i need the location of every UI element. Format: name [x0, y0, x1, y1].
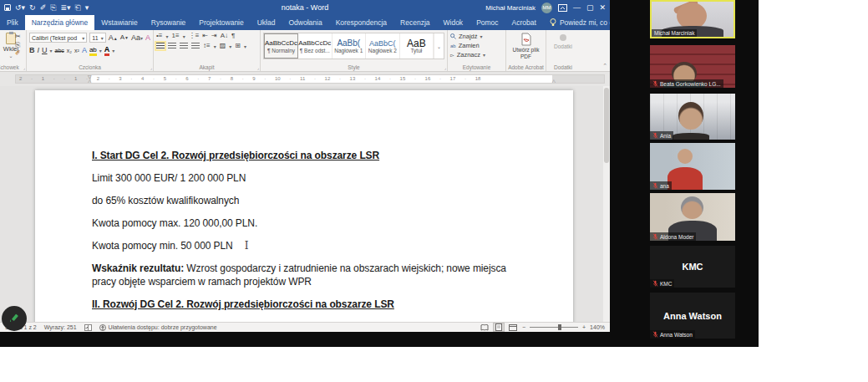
- proofing-icon[interactable]: [84, 324, 92, 331]
- font-name-select[interactable]: Calibri (Tekst pod▾: [29, 33, 87, 43]
- tell-me-box[interactable]: Powiedz mi, co chcesz zrobić: [543, 15, 610, 30]
- zoom-in-button[interactable]: +: [582, 324, 586, 330]
- underline-button[interactable]: U: [42, 47, 48, 54]
- minimize-button[interactable]: —: [573, 4, 581, 12]
- signed-in-user[interactable]: Michał Marciniak: [485, 4, 536, 12]
- replace-button[interactable]: ab Zamień: [450, 42, 503, 49]
- show-formatting-marks-icon[interactable]: ¶: [231, 33, 235, 39]
- close-button[interactable]: ✕: [599, 4, 606, 12]
- clipboard-icon[interactable]: ⎘: [50, 4, 56, 12]
- shrink-font-icon[interactable]: A▼: [120, 34, 129, 41]
- save-icon[interactable]: [4, 4, 11, 11]
- styles-dialog-launcher[interactable]: ⌟: [444, 65, 446, 70]
- style-naglowek-1[interactable]: AaBb( Nagłówek 1: [332, 33, 367, 59]
- document-page[interactable]: I. Start DG Cel 2. Rozwój przedsiębiorcz…: [35, 90, 573, 322]
- horizontal-ruler[interactable]: 2 · 1 · · 1 · 2 · 3 · 4 · 5 · 6 · 7 · 8 …: [15, 74, 605, 84]
- style-naglowek-2[interactable]: AaBbC( Nagłówek 2: [366, 33, 400, 59]
- right-indent-marker[interactable]: △: [551, 79, 556, 84]
- addins-button[interactable]: Dodatki: [549, 33, 577, 49]
- maximize-button[interactable]: ▢: [586, 4, 594, 12]
- select-button[interactable]: ▻ Zaznacz▾: [450, 51, 503, 59]
- undo-icon[interactable]: ↺▾: [15, 4, 25, 12]
- style-normalny[interactable]: AaBbCcDc ¶ Normalny: [264, 33, 298, 59]
- participant-tile-michal-marciniak[interactable]: Michał Marciniak: [650, 0, 735, 38]
- text-effects-icon[interactable]: A: [82, 47, 87, 54]
- superscript-button[interactable]: x²: [74, 48, 79, 53]
- tab-projektowanie[interactable]: Projektowanie: [192, 15, 250, 30]
- read-mode-icon[interactable]: [480, 323, 490, 331]
- font-dialog-launcher[interactable]: ⌟: [150, 65, 152, 70]
- scrollbar-thumb[interactable]: [604, 88, 609, 163]
- pen-icon[interactable]: ✐: [40, 4, 47, 12]
- participant-tile-anna-watson[interactable]: Anna Watson Anna Watson: [650, 293, 735, 339]
- shading-icon[interactable]: ▨: [220, 43, 226, 49]
- font-color-icon[interactable]: A: [104, 45, 110, 56]
- word-count[interactable]: Wyrazy: 251: [44, 324, 77, 330]
- tab-rysowanie[interactable]: Rysowanie: [145, 15, 193, 30]
- zoom-level[interactable]: 140%: [590, 324, 605, 330]
- clear-formatting-icon[interactable]: A: [145, 34, 150, 42]
- align-center-button[interactable]: [168, 43, 176, 49]
- participant-tile-aldona-moder[interactable]: Aldona Moder: [650, 193, 735, 241]
- format-painter-icon[interactable]: ✐: [15, 50, 21, 57]
- borders-icon[interactable]: ⊞: [235, 43, 241, 49]
- justify-button[interactable]: [191, 43, 200, 49]
- align-left-button[interactable]: [156, 43, 165, 49]
- tab-widok[interactable]: Widok: [437, 15, 470, 30]
- tab-acrobat[interactable]: Acrobat: [505, 15, 543, 30]
- multilevel-list-icon[interactable]: ⋮≡: [189, 33, 200, 39]
- zoom-slider-thumb[interactable]: [558, 324, 561, 330]
- accessibility-status[interactable]: Ułatwienia dostępu: dobrze przygotowane: [99, 324, 217, 331]
- font-size-select[interactable]: 11▾: [89, 33, 105, 43]
- paragraph-dialog-launcher[interactable]: ⌟: [257, 65, 259, 70]
- tab-wstawianie[interactable]: Wstawianie: [94, 15, 144, 30]
- increase-indent-icon[interactable]: ⇥: [211, 33, 217, 39]
- style-tytul[interactable]: AaB Tytuł: [400, 33, 434, 59]
- participant-tile-beata[interactable]: Beata Gorkowienko LG...: [650, 45, 735, 88]
- vertical-scrollbar[interactable]: [603, 86, 610, 322]
- zoom-out-button[interactable]: −: [522, 324, 525, 330]
- tab-uklad[interactable]: Układ: [251, 15, 282, 30]
- style-bez-odstepow[interactable]: AaBbCcDc ¶ Bez odst...: [298, 33, 332, 59]
- collapse-ribbon-icon[interactable]: ⌃: [602, 63, 607, 69]
- participant-tile-ania[interactable]: Ania: [650, 94, 735, 140]
- annotation-pencil-button[interactable]: [2, 306, 27, 331]
- cut-icon[interactable]: ✂: [15, 33, 21, 40]
- web-layout-icon[interactable]: [508, 323, 518, 331]
- copy-icon[interactable]: ⎘: [15, 42, 21, 48]
- numbering-icon[interactable]: 1≡: [172, 33, 180, 39]
- tab-plik[interactable]: Plik: [0, 15, 25, 30]
- clipboard-dialog-launcher[interactable]: ⌟: [23, 65, 25, 70]
- bold-button[interactable]: B: [29, 47, 35, 54]
- participant-tile-ana[interactable]: ana: [650, 143, 735, 190]
- user-avatar[interactable]: MM: [541, 3, 552, 13]
- list-icon[interactable]: ≣▾: [60, 4, 70, 12]
- align-right-button[interactable]: [180, 43, 188, 49]
- highlight-color-icon[interactable]: ab: [89, 46, 97, 56]
- sort-icon[interactable]: A↓: [221, 33, 228, 39]
- create-pdf-button[interactable]: Utwórz plik PDF: [509, 33, 543, 60]
- strikethrough-button[interactable]: abc: [55, 48, 64, 53]
- document-text[interactable]: I. Start DG Cel 2. Rozwój przedsiębiorcz…: [35, 90, 573, 322]
- participant-tile-kmc[interactable]: KMC KMC: [650, 246, 735, 288]
- tab-pomoc[interactable]: Pomoc: [470, 15, 505, 30]
- customize-qat-icon[interactable]: ▾: [85, 4, 89, 12]
- styles-gallery-more-icon[interactable]: ⌄: [434, 33, 444, 59]
- grow-font-icon[interactable]: A▲: [109, 34, 118, 42]
- line-spacing-icon[interactable]: ↕≡: [203, 43, 211, 49]
- decrease-indent-icon[interactable]: ⇤: [202, 33, 208, 39]
- bullets-icon[interactable]: •≡: [156, 33, 162, 39]
- redo-icon[interactable]: ↻: [29, 4, 36, 12]
- print-layout-icon[interactable]: [494, 323, 504, 331]
- change-case-icon[interactable]: Aa▾: [131, 34, 143, 42]
- zoom-slider[interactable]: [530, 323, 578, 331]
- tab-odwolania[interactable]: Odwołania: [282, 15, 328, 30]
- hanging-indent-marker[interactable]: △: [88, 79, 92, 84]
- tab-korespondencja[interactable]: Korespondencja: [329, 15, 393, 30]
- find-button[interactable]: Znajdź▾: [450, 33, 503, 40]
- tab-narzedzia-glowne[interactable]: Narzędzia główne: [25, 15, 95, 30]
- document-icon[interactable]: ⎗: [74, 4, 80, 12]
- ribbon-display-options-icon[interactable]: [558, 4, 567, 12]
- tab-recenzja[interactable]: Recenzja: [393, 15, 436, 30]
- italic-button[interactable]: I: [38, 47, 40, 54]
